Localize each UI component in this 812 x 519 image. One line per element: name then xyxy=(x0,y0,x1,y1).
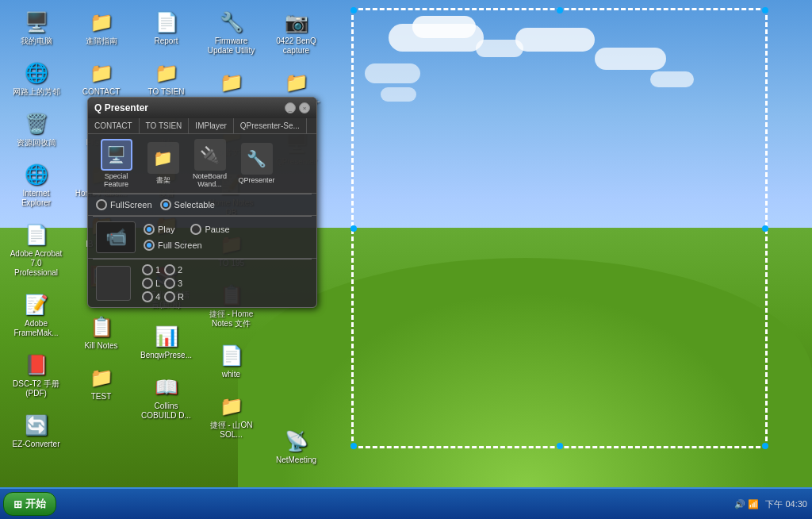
ie-icon[interactable]: 🌐 Internet Explorer xyxy=(6,159,66,211)
folder-contact-img: 📁 xyxy=(89,60,114,86)
framemaker-label: Adobe FrameMak... xyxy=(10,319,63,338)
edge-left[interactable] xyxy=(350,225,357,232)
num-1-radio[interactable]: 1 xyxy=(142,264,162,275)
special-feature-icon[interactable]: 🖥️ Special Feature xyxy=(94,139,138,188)
play-radio[interactable]: Play xyxy=(144,224,174,235)
folder-jindiejiao[interactable]: 📁 進階指南 xyxy=(71,6,131,49)
collins-icon[interactable]: 📖 Collins COBUILD D... xyxy=(136,371,196,424)
pause-radio[interactable]: Pause xyxy=(190,224,229,235)
tab-implayer[interactable]: IMPlayer xyxy=(189,118,233,133)
network-label: 网路上的芳邻 xyxy=(13,87,60,97)
benq-pres-icon[interactable]: 📊 BenqwPrese... xyxy=(136,321,196,363)
test-label: TEST xyxy=(91,392,112,402)
my-computer-icon[interactable]: 🖥️ 我的电脑 xyxy=(6,6,66,49)
minimize-button[interactable]: _ xyxy=(285,102,296,113)
start-label: 开始 xyxy=(25,497,46,511)
tab-totsien[interactable]: TO TSIEN xyxy=(140,118,190,133)
recycle-icon[interactable]: 🗑️ 资源回收筒 xyxy=(6,108,66,151)
recycle-label: 资源回收筒 xyxy=(17,138,56,148)
num-4-dot xyxy=(142,291,153,302)
network-img: 🌐 xyxy=(24,60,49,86)
my-computer-label: 我的电脑 xyxy=(21,37,52,46)
test-icon[interactable]: 📁 TEST xyxy=(71,362,131,405)
fullscreen-radio[interactable]: FullScreen xyxy=(96,199,152,210)
benq-capture-icon[interactable]: 📷 0422 BenQ capture xyxy=(266,6,326,59)
report-icon[interactable]: 📄 Report xyxy=(136,6,196,49)
shuijia-content-img: 📁 xyxy=(147,142,179,174)
folder-contact-label: CONTACT xyxy=(82,87,121,97)
play-label: Play xyxy=(158,225,174,234)
white-icon[interactable]: 📄 white xyxy=(201,340,261,383)
ez-converter-icon[interactable]: 🔄 EZ-Converter xyxy=(6,409,66,452)
edge-right[interactable] xyxy=(762,225,768,232)
notesboard-img: 🔌 xyxy=(194,139,226,171)
dsc-pdf-label: DSC-T2 手册 (PDF) xyxy=(10,379,63,398)
grid-widget xyxy=(96,266,131,301)
test-img: 📁 xyxy=(89,365,114,390)
framemaker-icon[interactable]: 📝 Adobe FrameMak... xyxy=(6,289,66,341)
edge-bottom[interactable] xyxy=(557,443,563,449)
tab-contact[interactable]: CONTACT xyxy=(88,118,140,133)
fullscreen-play-radio[interactable]: Full Screen xyxy=(144,240,202,251)
num-2-label: 2 xyxy=(178,265,182,275)
collins-label: Collins COBUILD D... xyxy=(140,402,193,421)
corner-tr[interactable] xyxy=(762,7,768,13)
fullscreen-play-radio-dot xyxy=(144,240,155,251)
qpresenter-titlebar: Q Presenter _ × xyxy=(88,98,316,118)
num-1-dot xyxy=(142,264,153,275)
notesboard-icon[interactable]: 🔌 NoteBoard Wand... xyxy=(188,139,232,188)
num-R-label: R xyxy=(178,292,184,302)
firmware-icon[interactable]: 🔧 Firmware Update Utility xyxy=(201,6,261,59)
num-2-dot xyxy=(164,264,175,275)
selectable-label: Selectable xyxy=(174,200,215,210)
presentation-selection-area xyxy=(351,8,768,448)
totsien-img: 📁 xyxy=(154,60,179,86)
acrobat-label: Adobe Acrobat 7.0 Professional xyxy=(10,249,63,278)
selectable-radio[interactable]: Selectable xyxy=(160,199,215,210)
shuijia-content-icon[interactable]: 📁 書架 xyxy=(141,142,185,186)
fullscreen-play-label: Full Screen xyxy=(158,240,202,250)
collins-img: 📖 xyxy=(154,375,179,400)
shortcut-sol-img: 📁 xyxy=(219,394,244,419)
acrobat-img: 📄 xyxy=(24,222,49,248)
corner-bl[interactable] xyxy=(350,443,357,449)
num-1-label: 1 xyxy=(155,265,160,275)
start-button[interactable]: ⊞ 开始 xyxy=(3,492,56,516)
totsien-icon[interactable]: 📁 TO TSIEN xyxy=(136,57,196,100)
corner-tl[interactable] xyxy=(350,7,357,13)
acrobat-icon[interactable]: 📄 Adobe Acrobat 7.0 Professional xyxy=(6,219,66,281)
num-2-radio[interactable]: 2 xyxy=(164,264,184,275)
close-button[interactable]: × xyxy=(299,102,310,113)
num-L-radio[interactable]: L xyxy=(142,278,162,289)
shortcut-sol-icon[interactable]: 📁 捷徑 - 山ON SOL... xyxy=(201,390,261,443)
num-L-dot xyxy=(142,278,153,289)
number-section: 1 2 L 3 4 xyxy=(88,260,316,307)
qpresenter-window: Q Presenter _ × CONTACT TO TSIEN IMPlaye… xyxy=(87,97,317,308)
qpresenter-content-icon[interactable]: 🔧 QPresenter xyxy=(235,143,278,184)
benq-capture-img: 📷 xyxy=(284,10,309,35)
dsc-pdf-icon[interactable]: 📕 DSC-T2 手册 (PDF) xyxy=(6,349,66,402)
num-4-radio[interactable]: 4 xyxy=(142,291,162,302)
folder-contact[interactable]: 📁 CONTACT xyxy=(71,57,131,100)
totsien-label: TO TSIEN xyxy=(148,87,185,97)
white-label: white xyxy=(222,370,240,379)
ez-converter-img: 🔄 xyxy=(24,413,49,438)
firmware-label: Firmware Update Utility xyxy=(205,37,258,56)
num-3-radio[interactable]: 3 xyxy=(164,278,184,289)
kill-notes-icon[interactable]: 📋 Kill Notes xyxy=(71,311,131,354)
taskbar-right: 🔊 📶 下午 04:30 xyxy=(734,498,807,510)
framemaker-img: 📝 xyxy=(24,292,49,317)
corner-br[interactable] xyxy=(762,443,768,449)
windows-logo-icon: ⊞ xyxy=(13,498,22,510)
white-img: 📄 xyxy=(219,343,244,368)
ie-label: Internet Explorer xyxy=(10,189,63,208)
fullscreen-label: FullScreen xyxy=(110,200,152,210)
edge-top[interactable] xyxy=(557,7,563,13)
tab-qpresenter-se[interactable]: QPresenter-Se... xyxy=(234,118,307,133)
shortcut-sol-label: 捷徑 - 山ON SOL... xyxy=(205,421,258,440)
network-icon[interactable]: 🌐 网路上的芳邻 xyxy=(6,57,66,100)
netmeeting-icon[interactable]: 📡 NetMeeting xyxy=(266,425,326,468)
special-feature-img: 🖥️ xyxy=(101,139,132,171)
kill-notes-label: Kill Notes xyxy=(84,341,117,351)
num-R-radio[interactable]: R xyxy=(164,291,184,302)
